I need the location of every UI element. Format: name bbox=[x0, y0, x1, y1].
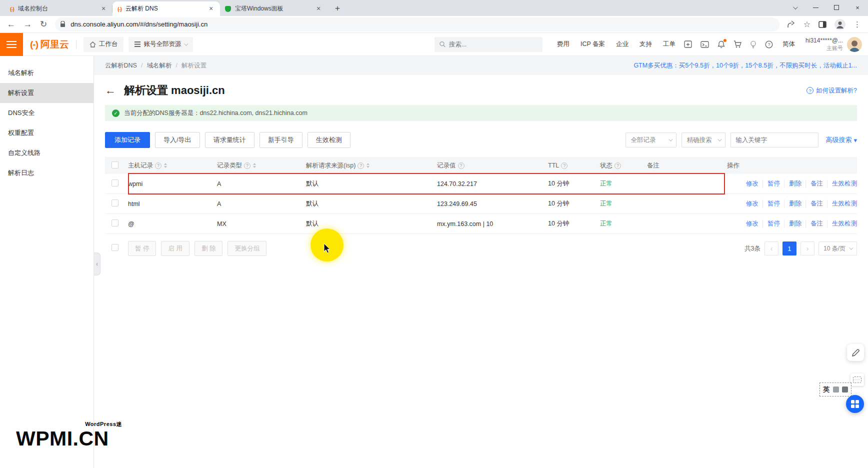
pause-link[interactable]: 暂停 bbox=[762, 200, 780, 208]
keyword-input[interactable] bbox=[736, 136, 816, 144]
info-icon[interactable]: ? bbox=[358, 162, 364, 169]
info-icon[interactable]: ? bbox=[561, 162, 568, 169]
browser-menu-icon[interactable]: ⋮ bbox=[854, 20, 861, 29]
help-icon[interactable]: ? bbox=[765, 40, 773, 48]
row-checkbox[interactable] bbox=[112, 200, 118, 206]
tab-dns-console[interactable]: (-) 云解析 DNS × bbox=[112, 2, 220, 16]
close-tab-icon[interactable]: × bbox=[207, 5, 215, 13]
gtm-promo-link[interactable]: GTM多买优惠：买5个9.5折，10个9折，15个8.5折，不限购买时长，活动截… bbox=[634, 62, 857, 70]
add-record-button[interactable]: 添加记录 bbox=[105, 132, 150, 148]
tab-search-icon[interactable] bbox=[784, 0, 805, 15]
language-toggle[interactable]: 简体 bbox=[782, 40, 795, 48]
console-search[interactable] bbox=[434, 37, 542, 52]
forward-icon[interactable]: → bbox=[24, 20, 32, 30]
current-page[interactable]: 1 bbox=[782, 242, 796, 256]
sidebar-item-weight-config[interactable]: 权重配置 bbox=[0, 123, 94, 143]
nav-billing[interactable]: 费用 bbox=[557, 40, 570, 48]
remark-link[interactable]: 备注 bbox=[806, 220, 823, 228]
row-checkbox[interactable] bbox=[112, 180, 118, 186]
delete-link[interactable]: 删除 bbox=[784, 200, 802, 208]
close-window-button[interactable]: × bbox=[847, 0, 868, 15]
select-all-checkbox[interactable] bbox=[112, 162, 118, 168]
batch-select-checkbox[interactable] bbox=[112, 244, 118, 251]
aliyun-logo[interactable]: (-) 阿里云 bbox=[30, 38, 69, 51]
next-page-button[interactable]: › bbox=[800, 242, 814, 256]
modify-link[interactable]: 修改 bbox=[746, 180, 758, 188]
cart-icon[interactable] bbox=[734, 40, 742, 48]
nav-tickets[interactable]: 工单 bbox=[663, 40, 676, 48]
pause-link[interactable]: 暂停 bbox=[762, 220, 780, 228]
new-tab-button[interactable]: + bbox=[330, 2, 344, 16]
notifications-bell-icon[interactable] bbox=[718, 40, 725, 48]
prev-page-button[interactable]: ‹ bbox=[764, 242, 778, 256]
effect-check-button[interactable]: 生效检测 bbox=[308, 132, 350, 148]
sidebar-collapse-handle[interactable]: ‹ bbox=[94, 252, 100, 276]
side-panel-icon[interactable] bbox=[818, 21, 826, 28]
info-icon[interactable]: ? bbox=[244, 162, 250, 169]
sidebar-item-resolve-logs[interactable]: 解析日志 bbox=[0, 163, 94, 183]
batch-delete-button[interactable]: 删 除 bbox=[194, 241, 222, 256]
all-resources-dropdown[interactable]: 账号全部资源 bbox=[128, 37, 193, 52]
products-menu-button[interactable] bbox=[0, 33, 23, 56]
nav-enterprise[interactable]: 企业 bbox=[616, 40, 628, 48]
feedback-bulb-icon[interactable] bbox=[750, 40, 756, 48]
batch-enable-button[interactable]: 启 用 bbox=[161, 241, 189, 256]
info-icon[interactable]: ? bbox=[458, 162, 464, 169]
nav-support[interactable]: 支持 bbox=[640, 40, 652, 48]
advanced-search-link[interactable]: 高级搜索▾ bbox=[826, 136, 857, 144]
breadcrumb-dns[interactable]: 云解析DNS bbox=[105, 62, 137, 70]
row-checkbox[interactable] bbox=[112, 220, 118, 226]
modify-link[interactable]: 修改 bbox=[746, 220, 758, 228]
workbench-button[interactable]: 工作台 bbox=[84, 37, 124, 52]
restore-button[interactable] bbox=[826, 0, 847, 15]
tab-domain-console[interactable]: (-) 域名控制台 × bbox=[5, 2, 112, 16]
sidebar-item-custom-lines[interactable]: 自定义线路 bbox=[0, 143, 94, 163]
sort-control[interactable] bbox=[366, 163, 370, 168]
ime-mode-english[interactable]: 英 bbox=[823, 385, 830, 394]
info-icon[interactable]: ? bbox=[155, 162, 162, 169]
batch-regroup-button[interactable]: 更换分组 bbox=[228, 241, 266, 256]
batch-pause-button[interactable]: 暂 停 bbox=[128, 241, 156, 256]
sort-control[interactable] bbox=[164, 163, 167, 168]
share-icon[interactable] bbox=[788, 20, 796, 28]
sort-control[interactable] bbox=[253, 163, 256, 168]
minimize-button[interactable] bbox=[805, 0, 826, 15]
sidebar-item-domain-resolve[interactable]: 域名解析 bbox=[0, 63, 94, 83]
sidebar-item-dns-security[interactable]: DNS安全 bbox=[0, 103, 94, 123]
page-size-select[interactable]: 10 条/页 bbox=[818, 242, 857, 256]
effect-check-link[interactable]: 生效检测 bbox=[827, 200, 857, 208]
info-icon[interactable]: ? bbox=[614, 162, 621, 169]
back-button[interactable]: ← bbox=[105, 84, 116, 97]
delete-link[interactable]: 删除 bbox=[784, 220, 802, 228]
remark-link[interactable]: 备注 bbox=[806, 180, 823, 188]
ime-statusbar[interactable]: 英 bbox=[820, 382, 852, 396]
ime-toolbox-button[interactable] bbox=[846, 395, 864, 413]
nav-icp[interactable]: ICP 备案 bbox=[580, 40, 605, 48]
cloudshell-icon[interactable] bbox=[700, 41, 709, 48]
feedback-edit-button[interactable] bbox=[847, 344, 864, 361]
how-to-setup-link[interactable]: ? 如何设置解析? bbox=[806, 86, 857, 95]
avatar[interactable] bbox=[847, 37, 862, 52]
search-mode-filter[interactable]: 精确搜索 bbox=[682, 132, 726, 148]
close-tab-icon[interactable]: × bbox=[100, 5, 108, 13]
request-stats-button[interactable]: 请求量统计 bbox=[205, 132, 254, 148]
url-field[interactable]: dns.console.aliyun.com/#/dns/setting/mao… bbox=[55, 18, 779, 32]
back-icon[interactable]: ← bbox=[7, 20, 16, 30]
breadcrumb-domain[interactable]: 域名解析 bbox=[137, 62, 172, 70]
ime-comment-button[interactable]: ··· bbox=[850, 374, 864, 386]
ime-toolbox-icon[interactable] bbox=[842, 386, 848, 392]
console-search-input[interactable] bbox=[449, 41, 538, 48]
effect-check-link[interactable]: 生效检测 bbox=[827, 180, 857, 188]
reload-icon[interactable]: ↻ bbox=[40, 19, 47, 30]
sidebar-item-resolve-settings[interactable]: 解析设置 bbox=[0, 83, 94, 103]
tab-bt-panel[interactable]: 宝塔Windows面板 × bbox=[220, 2, 328, 16]
modify-link[interactable]: 修改 bbox=[746, 200, 758, 208]
account-info[interactable]: hi314*****@... 主账号 bbox=[806, 37, 843, 52]
close-tab-icon[interactable]: × bbox=[314, 5, 322, 13]
bookmark-star-icon[interactable]: ☆ bbox=[804, 20, 810, 29]
pause-link[interactable]: 暂停 bbox=[762, 180, 780, 188]
effect-check-link[interactable]: 生效检测 bbox=[827, 220, 857, 228]
profile-icon[interactable] bbox=[834, 19, 846, 30]
delete-link[interactable]: 删除 bbox=[784, 180, 802, 188]
import-export-button[interactable]: 导入/导出 bbox=[155, 132, 200, 148]
